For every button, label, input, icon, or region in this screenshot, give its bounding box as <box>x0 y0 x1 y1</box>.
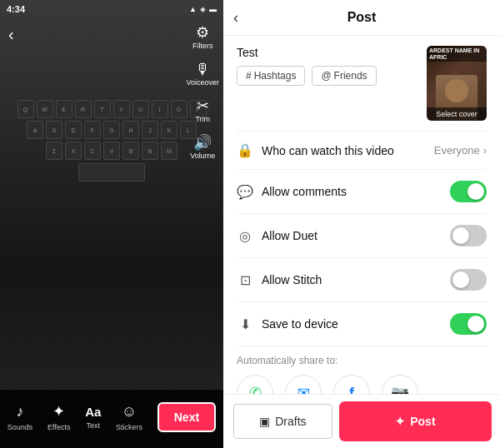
allow-stitch-row: ⊡ Allow Stitch <box>237 258 487 302</box>
allow-comments-toggle[interactable] <box>450 181 487 202</box>
key: J <box>142 121 158 139</box>
voiceover-button[interactable]: 🎙 Voiceover <box>186 62 219 87</box>
sounds-button[interactable]: ♪ Sounds <box>8 403 33 431</box>
allow-comments-label: Allow comments <box>262 185 347 198</box>
toggle-knob <box>468 316 484 332</box>
toggle-knob <box>452 227 469 244</box>
right-panel: ‹ Post Test # Hashtags @ Friends <box>223 0 500 448</box>
key: K <box>161 121 178 139</box>
sounds-label: Sounds <box>8 423 33 431</box>
signal-icon: ▲ <box>189 5 197 13</box>
stitch-icon: ⊡ <box>237 272 253 288</box>
wifi-icon: ◈ <box>200 5 206 13</box>
trim-button[interactable]: ✂ Trim <box>195 98 210 123</box>
key: Y <box>113 100 130 118</box>
setting-left: ⊡ Allow Stitch <box>237 272 322 288</box>
key: N <box>142 142 158 160</box>
text-button[interactable]: Aa Text <box>85 405 101 430</box>
text-label: Text <box>86 421 100 430</box>
video-thumbnail: ARDEST NAME IN AFRIC Select cover <box>427 46 487 121</box>
share-icons-row: ✆ ✉ f 📷 <box>237 375 487 394</box>
post-label: Post <box>410 415 435 428</box>
facebook-share-button[interactable]: f <box>333 375 370 394</box>
allow-stitch-label: Allow Stitch <box>262 273 322 286</box>
key: V <box>103 142 120 160</box>
description-text: Test <box>237 46 418 59</box>
key: T <box>94 100 111 118</box>
save-to-device-label: Save to device <box>262 317 338 331</box>
save-to-device-row: ⬇ Save to device <box>237 302 487 346</box>
volume-button[interactable]: 🔊 Volume <box>190 135 215 160</box>
comment-icon: 💬 <box>237 184 253 200</box>
key: O <box>171 100 188 118</box>
key: W <box>37 100 53 118</box>
post-button[interactable]: ✦ Post <box>341 403 490 440</box>
thumbnail-overlay-text: ARDEST NAME IN AFRIC <box>427 46 487 62</box>
whatsapp-share-button[interactable]: ✆ <box>237 375 273 394</box>
stickers-icon: ☺ <box>122 403 137 421</box>
voiceover-icon: 🎙 <box>195 62 210 77</box>
friends-button[interactable]: @ Friends <box>312 66 376 86</box>
key: G <box>103 121 120 139</box>
tags-row: # Hashtags @ Friends <box>237 66 418 86</box>
friends-label: Friends <box>334 70 368 82</box>
key: U <box>132 100 149 118</box>
key: M <box>161 142 178 160</box>
allow-duet-row: ◎ Allow Duet <box>237 214 487 258</box>
allow-duet-label: Allow Duet <box>262 229 318 242</box>
drafts-icon: ▣ <box>259 415 270 428</box>
select-cover-button[interactable]: Select cover <box>427 107 487 121</box>
post-content: Test # Hashtags @ Friends ARDEST NAME IN… <box>223 36 500 394</box>
effects-icon: ✦ <box>52 402 65 421</box>
status-icons: ▲ ◈ ▬ <box>189 5 217 13</box>
allow-stitch-toggle[interactable] <box>450 269 487 291</box>
key: S <box>46 121 62 139</box>
post-back-button[interactable]: ‹ <box>233 9 238 27</box>
next-button[interactable]: Next <box>158 402 216 432</box>
instagram-icon: 📷 <box>391 384 409 394</box>
setting-left: 💬 Allow comments <box>237 184 347 200</box>
post-bottom-bar: ▣ Drafts ✦ Post <box>223 394 500 448</box>
trim-label: Trim <box>195 115 210 123</box>
status-bar: 4:34 ▲ ◈ ▬ <box>0 0 223 18</box>
effects-button[interactable]: ✦ Effects <box>48 402 70 431</box>
keyboard-visual: Q W E R T Y U I O P A S D F G H J K L Z … <box>8 100 215 184</box>
who-can-watch-label: Who can watch this video <box>262 144 394 157</box>
everyone-text: Everyone <box>434 144 480 157</box>
key: R <box>75 100 92 118</box>
filters-button[interactable]: ⚙ Filters <box>192 25 213 50</box>
key: D <box>65 121 82 139</box>
setting-left: ⬇ Save to device <box>237 316 338 332</box>
key: B <box>122 142 139 160</box>
whatsapp-icon: ✆ <box>249 384 262 394</box>
save-to-device-toggle[interactable] <box>450 313 487 335</box>
save-icon: ⬇ <box>237 316 253 332</box>
chevron-right-icon: › <box>483 144 487 157</box>
key: A <box>27 121 43 139</box>
space-key <box>78 163 145 182</box>
bottom-navigation: ♪ Sounds ✦ Effects Aa Text ☺ Stickers Ne… <box>0 390 223 448</box>
settings-section: 🔒 Who can watch this video Everyone › 💬 … <box>237 131 487 346</box>
voiceover-label: Voiceover <box>186 78 219 87</box>
key: X <box>65 142 82 160</box>
toggle-knob <box>452 271 469 288</box>
instagram-share-button[interactable]: 📷 <box>382 375 418 394</box>
who-can-watch-value: Everyone › <box>434 144 487 157</box>
key: E <box>56 100 72 118</box>
toggle-knob <box>468 183 484 200</box>
stickers-button[interactable]: ☺ Stickers <box>116 403 142 431</box>
back-button[interactable]: ‹ <box>8 25 14 44</box>
effects-label: Effects <box>48 423 70 431</box>
video-toolbar: ⚙ Filters 🎙 Voiceover ✂ Trim 🔊 Volume <box>186 25 219 160</box>
setting-left: ◎ Allow Duet <box>237 228 318 244</box>
drafts-button[interactable]: ▣ Drafts <box>233 404 332 439</box>
lock-icon: 🔒 <box>237 142 253 158</box>
messenger-share-button[interactable]: ✉ <box>285 375 322 394</box>
allow-duet-toggle[interactable] <box>450 225 487 246</box>
volume-label: Volume <box>190 152 215 160</box>
text-icon: Aa <box>85 405 101 419</box>
hashtags-button[interactable]: # Hashtags <box>237 66 305 86</box>
post-top-section: Test # Hashtags @ Friends ARDEST NAME IN… <box>237 46 487 121</box>
volume-icon: 🔊 <box>193 135 212 150</box>
who-can-watch-row[interactable]: 🔒 Who can watch this video Everyone › <box>237 132 487 170</box>
